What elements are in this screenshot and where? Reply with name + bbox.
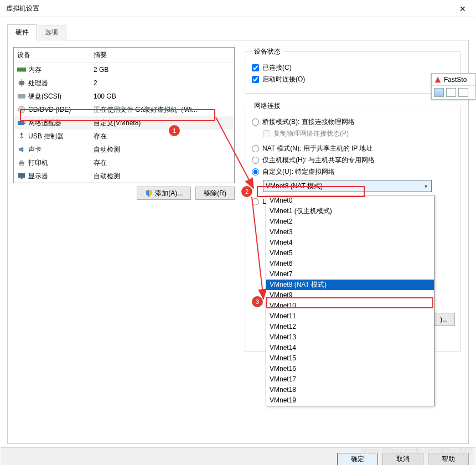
checkbox-replicate: 复制物理网络连接状态(P) xyxy=(263,129,453,138)
device-row-display[interactable]: 显示器自动检测 xyxy=(14,169,234,183)
col-summary[interactable]: 摘要 xyxy=(94,50,231,60)
device-summary: 自定义(VMnet8) xyxy=(94,117,232,128)
radio-custom[interactable]: 自定义(U): 特定虚拟网络 xyxy=(252,167,453,177)
device-name: 处理器 xyxy=(28,78,94,89)
faststone-title-text: FastSto xyxy=(444,76,467,84)
checkbox-connected[interactable]: 已连接(C) xyxy=(252,63,453,73)
svg-point-6 xyxy=(21,109,23,111)
svg-rect-1 xyxy=(17,71,26,72)
radio-nat-label: NAT 模式(N): 用于共享主机的 IP 地址 xyxy=(262,144,372,153)
titlebar: 虚拟机设置 ✕ xyxy=(1,1,475,17)
combo-option[interactable]: VMnet2 xyxy=(266,216,434,227)
combo-vmnet[interactable]: VMnet8 (NAT 模式) ▾ xyxy=(263,180,432,192)
radio-bridged-label: 桥接模式(B): 直接连接物理网络 xyxy=(262,117,355,127)
faststone-btn-3[interactable] xyxy=(458,88,468,97)
faststone-btn-1[interactable] xyxy=(434,88,444,97)
combo-option[interactable]: VMnet7 xyxy=(266,269,434,280)
cpu-icon xyxy=(16,79,27,87)
radio-custom-input[interactable] xyxy=(252,168,259,175)
combo-option[interactable]: VMnet1 (仅主机模式) xyxy=(266,206,434,216)
radio-hostonly[interactable]: 仅主机模式(H): 与主机共享的专用网络 xyxy=(252,156,453,165)
close-icon: ✕ xyxy=(459,4,466,13)
device-summary: 2 xyxy=(94,78,232,89)
chevron-down-icon: ▾ xyxy=(421,182,430,190)
shield-icon xyxy=(145,189,153,197)
close-button[interactable]: ✕ xyxy=(450,1,475,17)
col-device[interactable]: 设备 xyxy=(17,50,94,60)
faststone-btn-2[interactable] xyxy=(446,88,456,97)
legend-device-status: 设备状态 xyxy=(252,47,283,56)
combo-option[interactable]: VMnet0 xyxy=(266,195,434,206)
device-summary: 自动检测 xyxy=(94,144,232,155)
radio-bridged-input[interactable] xyxy=(252,118,259,126)
device-row-printer[interactable]: 打印机存在 xyxy=(14,156,234,169)
radio-nat[interactable]: NAT 模式(N): 用于共享主机的 IP 地址 xyxy=(252,144,453,153)
combo-option[interactable]: VMnet13 xyxy=(266,332,434,343)
combo-option[interactable]: VMnet19 xyxy=(266,395,434,406)
radio-custom-label: 自定义(U): 特定虚拟网络 xyxy=(262,167,335,177)
combo-option[interactable]: VMnet3 xyxy=(266,227,434,237)
group-device-status: 设备状态 已连接(C) 启动时连接(O) xyxy=(245,47,461,94)
remove-button[interactable]: 移除(R) xyxy=(195,187,235,200)
radio-hostonly-label: 仅主机模式(H): 与主机共享的专用网络 xyxy=(262,156,375,165)
device-row-memory[interactable]: 内存2 GB xyxy=(14,63,234,76)
combo-option[interactable]: VMnet15 xyxy=(266,353,434,364)
add-button[interactable]: 添加(A)... xyxy=(137,187,191,200)
device-name: CD/DVD (IDE) xyxy=(28,104,94,115)
faststone-toolbar[interactable]: FastSto xyxy=(431,73,476,100)
combo-option[interactable]: VMnet6 xyxy=(266,259,434,269)
faststone-icon xyxy=(434,76,442,84)
device-list-pane: 设备 摘要 内存2 GB处理器2硬盘(SCSI)100 GBCD/DVD (ID… xyxy=(13,47,235,183)
remove-button-label: 移除(R) xyxy=(204,189,226,198)
legend-network: 网络连接 xyxy=(252,101,283,111)
svg-rect-14 xyxy=(20,178,23,179)
checkbox-connect-poweron-input[interactable] xyxy=(252,76,259,83)
svg-rect-7 xyxy=(18,121,24,125)
device-summary: 2 GB xyxy=(94,64,232,75)
tab-hardware[interactable]: 硬件 xyxy=(7,24,37,40)
hdd-icon xyxy=(16,92,27,101)
radio-hostonly-input[interactable] xyxy=(252,157,259,164)
combo-option[interactable]: VMnet4 xyxy=(266,237,434,248)
checkbox-connect-poweron[interactable]: 启动时连接(O) xyxy=(252,75,453,84)
combo-option[interactable]: VMnet14 xyxy=(266,343,434,353)
combo-option[interactable]: VMnet10 xyxy=(266,301,434,311)
device-buttons: 添加(A)... 移除(R) xyxy=(13,187,235,200)
device-name: 声卡 xyxy=(28,144,94,155)
device-row-nic[interactable]: 网络适配器自定义(VMnet8) xyxy=(14,116,234,130)
sound-icon xyxy=(16,145,27,154)
combo-option[interactable]: VMnet18 xyxy=(266,385,434,395)
radio-bridged[interactable]: 桥接模式(B): 直接连接物理网络 xyxy=(252,117,453,127)
combo-vmnet-dropdown[interactable]: VMnet0VMnet1 (仅主机模式)VMnet2VMnet3VMnet4VM… xyxy=(266,195,434,406)
memory-icon xyxy=(16,65,27,74)
combo-option[interactable]: VMnet12 xyxy=(266,322,434,332)
radio-nat-input[interactable] xyxy=(252,145,259,152)
device-row-cd[interactable]: CD/DVD (IDE)正在使用文件 G:\装好虚拟机（Wi... xyxy=(14,103,234,116)
checkbox-connected-input[interactable] xyxy=(252,64,259,71)
printer-icon xyxy=(16,158,27,167)
nic-icon xyxy=(16,118,27,127)
svg-rect-8 xyxy=(24,122,25,124)
combo-option[interactable]: VMnet16 xyxy=(266,364,434,374)
combo-option[interactable]: VMnet9 xyxy=(266,290,434,301)
device-row-cpu[interactable]: 处理器2 xyxy=(14,76,234,90)
svg-rect-13 xyxy=(18,173,25,178)
device-row-sound[interactable]: 声卡自动检测 xyxy=(14,143,234,156)
combo-option[interactable]: VMnet11 xyxy=(266,311,434,322)
faststone-buttons xyxy=(432,86,475,99)
radio-lanseg-input[interactable] xyxy=(252,198,259,205)
device-name: 打印机 xyxy=(28,157,94,168)
checkbox-replicate-label: 复制物理网络连接状态(P) xyxy=(273,129,349,138)
combo-option[interactable]: VMnet17 xyxy=(266,374,434,385)
lan-seg-button[interactable]: )... xyxy=(433,313,455,326)
checkbox-connected-label: 已连接(C) xyxy=(262,63,292,73)
checkbox-connect-poweron-label: 启动时连接(O) xyxy=(262,75,305,84)
tab-options[interactable]: 选项 xyxy=(37,25,66,41)
device-list-header: 设备 摘要 xyxy=(14,48,234,63)
device-name: 内存 xyxy=(28,64,94,75)
combo-option[interactable]: VMnet8 (NAT 模式) xyxy=(266,280,434,290)
combo-option[interactable]: VMnet5 xyxy=(266,248,434,259)
svg-point-9 xyxy=(21,133,23,135)
device-row-usb[interactable]: USB 控制器存在 xyxy=(14,130,234,143)
device-row-hdd[interactable]: 硬盘(SCSI)100 GB xyxy=(14,90,234,103)
